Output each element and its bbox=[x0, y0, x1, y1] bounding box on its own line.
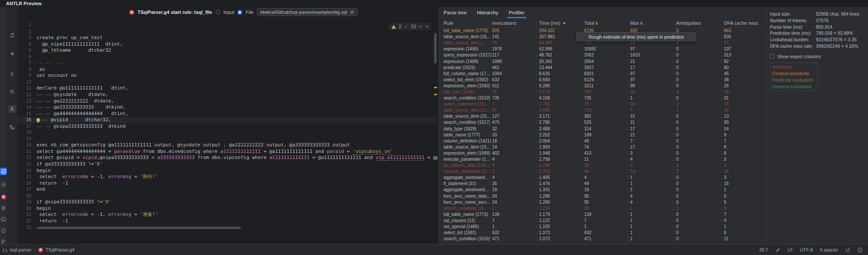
input-radio-label[interactable]: Input bbox=[224, 10, 234, 15]
profiler-row[interactable]: set_special (1485)11.1051101 bbox=[439, 224, 765, 230]
pin-icon[interactable] bbox=[8, 70, 16, 77]
profiler-row[interactable]: full_table_name (1773)1391.179139107 bbox=[439, 212, 765, 218]
code-line[interactable]: —— —— @a444444444444444 dtint, bbox=[36, 111, 437, 117]
code-line[interactable]: return -1 bbox=[36, 180, 437, 187]
code-line[interactable]: end bbox=[36, 186, 437, 193]
profiler-row[interactable]: search_condition (1519)7354.1587351031 bbox=[439, 95, 765, 101]
column-header[interactable]: DFA cache miss bbox=[721, 20, 765, 26]
profiler-row[interactable]: sql_clauses (12)71.1227104 bbox=[439, 218, 765, 224]
antlr-preview-icon[interactable] bbox=[0, 168, 7, 175]
code-line[interactable]: —— —— @a2222222222 dtdate, bbox=[36, 98, 437, 105]
profiler-row[interactable]: column_definition (1421)182.06449707 bbox=[439, 138, 765, 144]
warning-stripe-mark[interactable] bbox=[434, 94, 437, 95]
code-line[interactable]: create proc up_com_test bbox=[36, 35, 437, 41]
code-line[interactable]: —— —— @sysdate dtdate, bbox=[36, 92, 437, 98]
profiler-icon[interactable] bbox=[8, 105, 16, 113]
refresh-icon[interactable] bbox=[8, 31, 16, 39]
profiler-row[interactable]: expression (1498)199820.342206421082 bbox=[439, 58, 765, 64]
problems-icon[interactable] bbox=[0, 228, 7, 234]
profiler-row[interactable]: aggregate_windowed...181.33118101 bbox=[439, 187, 765, 193]
profiler-row[interactable]: select_statement (15...73.7617916218 bbox=[439, 101, 765, 107]
profiler-row[interactable]: data_type (1829)322.48811417014 bbox=[439, 126, 765, 132]
code-line[interactable] bbox=[36, 136, 437, 142]
caret-position[interactable]: 30:7 bbox=[760, 247, 768, 252]
code-line[interactable]: —— —— @vipa333333333333 dtkind bbox=[36, 123, 437, 130]
profiler-row[interactable]: aggregate_windowed...41.4954103 bbox=[439, 175, 765, 181]
column-header[interactable]: Ambiguities bbox=[674, 20, 724, 26]
column-header[interactable]: Invocations bbox=[490, 20, 539, 26]
terminal-icon[interactable] bbox=[0, 216, 7, 222]
antlr-icon[interactable]: A bbox=[0, 194, 7, 200]
profiler-row[interactable]: expression_elem (1590)6115.266321199026 bbox=[439, 83, 765, 89]
code-line[interactable] bbox=[36, 22, 437, 29]
code-line[interactable]: -- -- -- bbox=[36, 60, 437, 66]
code-line[interactable]: if @vipa333333333333 !='0' bbox=[36, 199, 437, 205]
inspections-widget[interactable]: 2 ✓ 23 bbox=[389, 23, 431, 30]
notifications-icon[interactable] bbox=[857, 247, 863, 253]
code-line[interactable] bbox=[36, 193, 437, 199]
intention-bulb-icon[interactable] bbox=[36, 118, 40, 122]
code-line[interactable]: select @vipid = vipid,@vipa333333333333 … bbox=[36, 155, 437, 161]
editor-code-area[interactable]: create proc up_com_test @p_vipa111111111… bbox=[36, 22, 437, 231]
profiler-row[interactable]: select_list (1581)6321.073632106 bbox=[439, 230, 765, 236]
encoding-indicator[interactable]: UTF-8 bbox=[800, 247, 813, 252]
layers-icon[interactable] bbox=[0, 205, 7, 211]
column-header[interactable]: Time (ms) bbox=[536, 20, 584, 26]
indent-indicator[interactable]: 4 spaces bbox=[820, 247, 838, 252]
profiler-row[interactable]: table_name (1777)332.2521992109 bbox=[439, 132, 765, 138]
show-expert-columns-label[interactable]: Show expert columns bbox=[777, 54, 821, 59]
code-line[interactable]: @p_tblname dtchar32 bbox=[36, 47, 437, 54]
code-line[interactable]: exec nb_com_getsysconfig @a1111111111111… bbox=[36, 142, 437, 149]
profiler-row[interactable]: func_proc_name_data...241.29895405 bbox=[439, 193, 765, 199]
file-radio[interactable] bbox=[237, 10, 242, 15]
search-icon[interactable] bbox=[8, 88, 16, 96]
code-line[interactable]: return -1 bbox=[36, 218, 437, 225]
profiler-row[interactable]: select_list_elem (1592)6326.669612997038 bbox=[439, 77, 765, 83]
profiler-row[interactable]: full_column_name (17...10948.63583019704… bbox=[439, 71, 765, 77]
code-line[interactable]: as bbox=[36, 66, 437, 73]
show-expert-columns-checkbox[interactable] bbox=[770, 54, 775, 59]
code-line[interactable] bbox=[36, 79, 437, 86]
git-branch-icon[interactable] bbox=[0, 238, 7, 245]
column-header[interactable]: Max k bbox=[628, 20, 676, 26]
code-line[interactable] bbox=[36, 29, 437, 35]
profiler-row[interactable]: predicate (1525)46113.444292717080 bbox=[439, 65, 765, 71]
profiler-row[interactable]: search_condition (1517)4702.78652511030 bbox=[439, 119, 765, 126]
code-line[interactable]: —— @vipid dtchar32, bbox=[36, 117, 437, 123]
profiler-row[interactable]: join_part (1538)764.67836516418 bbox=[439, 89, 765, 95]
breadcrumb-project[interactable]: tsql-parser bbox=[10, 247, 32, 252]
profiler-row[interactable]: table_source_item (15...1273.17138121013 bbox=[439, 113, 765, 119]
column-header[interactable]: Rule bbox=[444, 20, 492, 26]
editor-vertical-scrollbar[interactable] bbox=[434, 33, 437, 63]
profiler-row[interactable]: execute_statement (3...21.7034614216 bbox=[439, 169, 765, 175]
profiler-row[interactable]: expression_elem (1589)4021.948413308 bbox=[439, 150, 765, 156]
code-line[interactable]: select @a444444444444444 = paravalue fro… bbox=[36, 149, 437, 155]
tab-profiler[interactable]: Profiler bbox=[509, 7, 524, 18]
code-line[interactable]: —— —— @a333333333333 dtkind, bbox=[36, 104, 437, 111]
breadcrumb-file[interactable]: TSqlParser.g4 bbox=[46, 247, 75, 252]
tab-parse-tree[interactable]: Parse tree bbox=[444, 7, 467, 18]
code-line[interactable]: declare @a1111111111111 dtint, bbox=[36, 85, 437, 92]
code-line[interactable]: set nocount on bbox=[36, 73, 437, 79]
code-line[interactable]: @p_vipa1111111111111 dtint, bbox=[36, 41, 437, 48]
input-radio[interactable] bbox=[216, 10, 220, 14]
code-line[interactable] bbox=[36, 129, 437, 136]
profiler-row[interactable]: as_column_alias (164...51.74816213 bbox=[439, 162, 765, 169]
highlighting-off-icon[interactable] bbox=[775, 247, 781, 253]
code-line[interactable]: begin bbox=[36, 168, 437, 174]
editor-horizontal-scrollbar[interactable] bbox=[37, 227, 241, 229]
profiler-row[interactable]: if_statement (31)351.476441015 bbox=[439, 181, 765, 187]
profiler-row[interactable]: execute_parameter (1...41.75811403 bbox=[439, 156, 765, 162]
profiler-row[interactable]: table_source_item (15...141.959741708 bbox=[439, 144, 765, 150]
line-ending-indicator[interactable]: LF bbox=[788, 247, 793, 252]
lock-icon[interactable] bbox=[845, 247, 850, 252]
profiler-row[interactable]: search_condition (15...21.22028115 bbox=[439, 205, 765, 212]
profiler-row[interactable]: search_condition (1516)4711.0724711011 bbox=[439, 236, 765, 242]
profiler-row[interactable]: func_proc_name_serv...241.28995405 bbox=[439, 199, 765, 205]
code-line[interactable]: if @a333333333333 !='0' bbox=[36, 161, 437, 168]
profiler-row[interactable]: query_expression (1527)11748.76120621910… bbox=[439, 52, 765, 58]
next-problem-icon[interactable] bbox=[425, 25, 429, 28]
code-line[interactable]: begin bbox=[36, 205, 437, 212]
run-icon[interactable] bbox=[0, 182, 7, 188]
profiler-row[interactable]: table_source_item (15...673.6051235142 bbox=[439, 107, 765, 113]
